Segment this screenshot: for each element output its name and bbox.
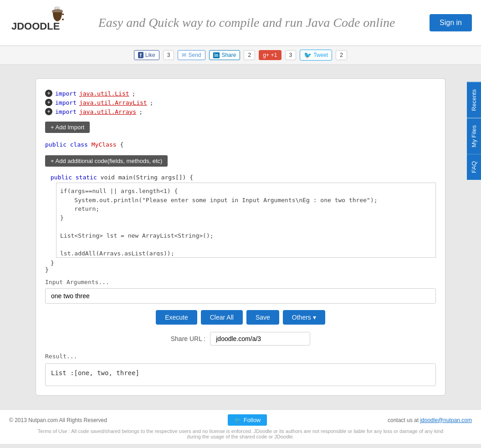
copyright-text: © 2013 Nutpan.com All Rights Reserved: [9, 417, 107, 423]
twitter-icon: 🐦: [304, 51, 312, 59]
facebook-icon: f: [138, 52, 143, 58]
import-3-path[interactable]: java.util.Arrays: [79, 108, 136, 115]
gplus-icon: g+: [263, 52, 269, 58]
add-code-button[interactable]: + Add additional code(fields, methods, e…: [45, 155, 168, 167]
contact-text: contact us at: [388, 417, 419, 423]
li-count: 2: [244, 50, 255, 60]
input-arguments-field[interactable]: [45, 288, 436, 304]
import-3-kw: import: [55, 108, 77, 115]
linkedin-icon: in: [213, 52, 220, 58]
clear-all-button[interactable]: Clear All: [201, 310, 243, 325]
facebook-like-button[interactable]: f Like: [134, 50, 159, 60]
main-container: + import java.util.List; + import java.u…: [36, 78, 445, 396]
logo-area: JDOODLE: [9, 5, 64, 41]
follow-button[interactable]: 🐦 Follow: [228, 414, 267, 426]
recents-tab[interactable]: Recents: [467, 82, 481, 118]
others-dropdown-button[interactable]: Others ▾: [283, 310, 325, 325]
contact-info: contact us at jdoodle@nutpan.com: [388, 417, 472, 423]
fb-label: Like: [145, 52, 155, 58]
public-keyword: public: [45, 141, 70, 148]
gplus-button[interactable]: g+ +1: [259, 50, 281, 60]
import-2-kw: import: [55, 99, 77, 106]
twitter-follow-icon: 🐦: [234, 417, 241, 423]
contact-email-link[interactable]: jdoodle@nutpan.com: [420, 417, 472, 423]
result-box: List :[one, two, three]: [45, 363, 436, 386]
send-button[interactable]: ✉ Send: [178, 50, 205, 60]
fb-count: 3: [163, 50, 174, 60]
method-closing-brace: }: [45, 260, 436, 266]
import-line-2: + import java.util.ArrayList;: [45, 99, 436, 106]
share-url-label: Share URL :: [171, 335, 206, 342]
method-public-kw: public: [51, 174, 76, 181]
linkedin-share-button[interactable]: in Share: [209, 50, 240, 60]
remove-import-1-btn[interactable]: +: [45, 90, 52, 97]
send-icon: ✉: [182, 52, 186, 58]
share-url-input[interactable]: [210, 332, 310, 346]
signin-button[interactable]: Sign in: [430, 14, 472, 31]
add-import-button[interactable]: + Add Import: [45, 122, 90, 133]
import-1-kw: import: [55, 90, 77, 97]
import-line-3: + import java.util.Arrays;: [45, 108, 436, 115]
li-label: Share: [221, 52, 236, 58]
code-editor[interactable]: if(args==null || args.length<1) { System…: [56, 183, 435, 256]
footer: © 2013 Nutpan.com All Rights Reserved 🐦 …: [0, 409, 481, 444]
twitter-tweet-button[interactable]: 🐦 Tweet: [300, 50, 332, 61]
method-void-kw: void: [101, 174, 118, 181]
method-name: main(String args[]) {: [118, 174, 193, 181]
class-closing-brace: }: [45, 266, 436, 273]
footer-terms: Terms of Use : All code saved/shared bel…: [36, 428, 445, 439]
chevron-down-icon: ▾: [313, 314, 316, 321]
import-2-path[interactable]: java.util.ArrayList: [79, 99, 147, 106]
execute-button[interactable]: Execute: [156, 310, 197, 325]
gplus-count: 3: [285, 50, 297, 60]
svg-text:JDOODLE: JDOODLE: [11, 20, 60, 32]
tw-count: 2: [336, 50, 347, 60]
code-editor-container: if(args==null || args.length<1) { System…: [56, 183, 436, 258]
buttons-row: Execute Clear All Save Others ▾: [45, 310, 436, 325]
import-1-path[interactable]: java.util.List: [79, 90, 129, 97]
gplus-label: +1: [271, 52, 277, 58]
class-keyword: class: [70, 141, 92, 148]
class-declaration: public class MyClass {: [45, 141, 436, 148]
class-name: MyClass: [92, 141, 117, 148]
save-button[interactable]: Save: [246, 310, 279, 325]
import-2-semi: ;: [150, 99, 154, 106]
result-label: Result...: [45, 353, 436, 360]
method-static-kw: static: [76, 174, 101, 181]
follow-label: Follow: [244, 417, 261, 423]
others-label: Others: [292, 314, 311, 321]
import-line-1: + import java.util.List;: [45, 90, 436, 97]
footer-main: © 2013 Nutpan.com All Rights Reserved 🐦 …: [9, 414, 472, 426]
share-url-row: Share URL :: [45, 332, 436, 346]
method-signature: public static void main(String args[]) {: [45, 174, 436, 181]
tagline: Easy and Quick way to compile and run Ja…: [64, 15, 430, 30]
side-tabs: Recents My Files FAQ: [467, 82, 481, 180]
myfiles-tab[interactable]: My Files: [467, 118, 481, 154]
faq-tab[interactable]: FAQ: [467, 154, 481, 180]
remove-import-3-btn[interactable]: +: [45, 108, 52, 115]
remove-import-2-btn[interactable]: +: [45, 99, 52, 106]
input-args-label: Input Arguments...: [45, 279, 436, 285]
social-bar: f Like 3 ✉ Send in Share 2 g+ +1 3 🐦 Twe…: [0, 46, 481, 65]
import-1-semi: ;: [132, 90, 136, 97]
jdoodle-logo: JDOODLE: [9, 5, 64, 41]
tw-label: Tweet: [313, 52, 328, 58]
import-3-semi: ;: [139, 108, 143, 115]
send-label: Send: [188, 52, 201, 58]
header: JDOODLE Easy and Quick way to compile an…: [0, 0, 481, 46]
